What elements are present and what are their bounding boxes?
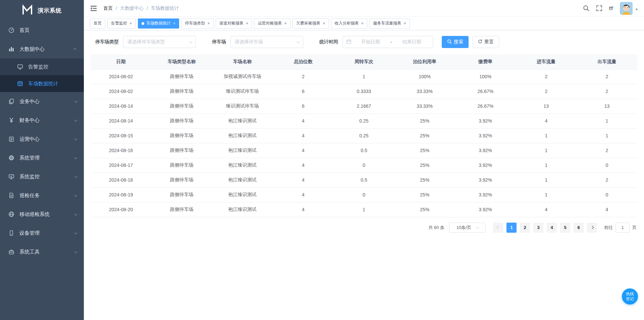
table-body: 2024-08-02路侧停车场加视诚测试停车场21100%100%222024-… xyxy=(91,69,637,217)
table-cell: 路侧停车场 xyxy=(151,113,212,128)
tab-arrears-baddebt-report[interactable]: 欠费坏账报表× xyxy=(292,18,329,29)
search-button[interactable]: 搜索 xyxy=(442,36,469,48)
reset-button[interactable]: 重置 xyxy=(473,36,499,48)
tab-home[interactable]: 首页 xyxy=(90,18,105,29)
chevron-down-icon xyxy=(74,193,77,197)
collapse-sidebar-icon[interactable] xyxy=(90,5,97,12)
park-type-select[interactable]: 请选择停车场类型 xyxy=(123,36,196,48)
tab-label: 首页 xyxy=(94,20,102,26)
page-button-5[interactable]: 5 xyxy=(560,223,570,233)
page-button-3[interactable]: 3 xyxy=(533,223,543,233)
table-cell: 2 xyxy=(516,84,577,99)
breadcrumb-item[interactable]: 首页 xyxy=(103,5,113,11)
table-row: 2024-08-19路侧停车场袍江臻识测试4025%3.92%10 xyxy=(91,187,637,202)
sidebar-item-label: 系统工具 xyxy=(19,249,74,255)
close-icon[interactable]: × xyxy=(246,21,249,26)
page-size-select[interactable]: 10条/页 xyxy=(449,223,485,233)
table-cell: 路侧停车场 xyxy=(151,173,212,187)
park-placeholder: 请选择停车场 xyxy=(235,39,263,45)
search-icon[interactable] xyxy=(583,5,589,11)
table-cell: 4 xyxy=(273,202,333,217)
pagination: 共 60 条 10条/页 123456 前往 页 xyxy=(91,223,637,233)
sidebar-item-system-tools[interactable]: 系统工具 xyxy=(0,242,84,261)
park-type-label: 停车场类型 xyxy=(95,39,119,45)
close-icon[interactable]: × xyxy=(404,21,406,26)
chevron-down-icon xyxy=(74,212,77,216)
tab-parking-type[interactable]: 停车场类型× xyxy=(181,18,214,29)
table-cell: 2024-08-14 xyxy=(91,99,151,113)
sidebar-item-finance-center[interactable]: 财务中心 xyxy=(0,111,84,130)
table-cell: 4 xyxy=(273,128,333,143)
tab-channel-reconciliation-report[interactable]: 渠道对账报表× xyxy=(216,18,252,29)
sidebar-item-business-center[interactable]: 业务中心 xyxy=(0,92,84,111)
close-icon[interactable]: × xyxy=(361,21,364,26)
close-icon[interactable]: × xyxy=(323,21,325,26)
chevron-down-icon xyxy=(74,156,77,159)
table-cell: 25% xyxy=(394,113,455,128)
table-cell: 0.3333 xyxy=(333,84,394,99)
sidebar-item-mobile-inspection[interactable]: 移动巡检系统 xyxy=(0,205,84,224)
goto-label: 前往 xyxy=(604,225,613,231)
column-header: 总泊位数 xyxy=(273,54,333,69)
table-cell: 路侧停车场 xyxy=(151,69,212,84)
gear-icon xyxy=(8,154,15,161)
table-cell: 3.92% xyxy=(455,128,516,143)
page-buttons: 123456 xyxy=(505,223,585,233)
sidebar-item-home[interactable]: 首页 xyxy=(0,21,84,40)
filter-park-type: 停车场类型 请选择停车场类型 xyxy=(95,36,196,48)
reset-button-label: 重置 xyxy=(484,39,494,45)
sidebar-item-operation-center[interactable]: 运营中心 xyxy=(0,130,84,148)
prev-page-button[interactable] xyxy=(493,223,503,233)
close-icon[interactable]: × xyxy=(207,21,210,26)
start-date-input[interactable]: 开始日期 xyxy=(353,39,388,45)
date-range-picker[interactable]: 开始日期 - 结束日期 xyxy=(342,36,433,48)
next-page-button[interactable] xyxy=(587,223,597,233)
sidebar-item-device-management[interactable]: 设备管理 xyxy=(0,224,84,242)
close-icon[interactable]: × xyxy=(173,21,176,26)
page-button-2[interactable]: 2 xyxy=(520,223,530,233)
page-button-6[interactable]: 6 xyxy=(574,223,584,233)
tab-parking-data-stats[interactable]: 车场数据统计× xyxy=(138,18,179,29)
sidebar-item-parking-data-stats[interactable]: 车场数据统计 xyxy=(0,75,84,92)
park-select[interactable]: 请选择停车场 xyxy=(230,36,303,48)
sidebar-menu: 首页大数据中心告警监控车场数据统计业务中心财务中心运营中心系统管理系统监控巡检任… xyxy=(0,21,84,261)
table-cell: 2 xyxy=(516,69,577,84)
sidebar-item-system-monitor[interactable]: 系统监控 xyxy=(0,167,84,186)
table-header: 日期车场类型名称车场名称总泊位数周转车次泊位利用率缴费率进车流量出车流量 xyxy=(91,54,637,69)
close-icon[interactable]: × xyxy=(129,21,132,26)
table-cell: 13 xyxy=(516,99,577,113)
end-date-input[interactable]: 结束日期 xyxy=(394,39,429,45)
sidebar-item-label: 车场数据统计 xyxy=(28,81,76,87)
close-icon[interactable]: × xyxy=(284,21,287,26)
tab-operation-reconciliation-report[interactable]: 运营对账报表× xyxy=(254,18,290,29)
search-icon xyxy=(447,39,452,45)
hotline-register-button[interactable]: 热线 登记 xyxy=(622,288,638,305)
hotline-line2: 登记 xyxy=(626,296,634,301)
table-cell: 0.5 xyxy=(333,143,394,158)
sidebar-item-label: 移动巡检系统 xyxy=(19,211,74,218)
table-row: 2024-08-02路侧停车场臻识测试停车场60.333333.33%26.67… xyxy=(91,84,637,99)
table-cell: 3.92% xyxy=(455,202,516,217)
sidebar-item-inspection-tasks[interactable]: 巡检任务 xyxy=(0,186,84,205)
table-cell: 0.25 xyxy=(333,113,394,128)
goto-page-input[interactable] xyxy=(615,223,630,233)
table-cell: 2024-08-19 xyxy=(91,187,151,202)
page-button-4[interactable]: 4 xyxy=(547,223,557,233)
park-label: 停车场 xyxy=(212,39,226,45)
page-button-1[interactable]: 1 xyxy=(506,223,517,233)
sidebar-item-big-data-center[interactable]: 大数据中心 xyxy=(0,40,84,58)
table-cell: 袍江臻识测试 xyxy=(212,187,273,202)
tab-income-analysis-report[interactable]: 收入分析报表× xyxy=(331,18,368,29)
table-cell: 4 xyxy=(273,187,333,202)
sidebar-item-system-management[interactable]: 系统管理 xyxy=(0,148,84,167)
fullscreen-icon[interactable] xyxy=(596,5,602,11)
table-cell: 100% xyxy=(394,69,455,84)
sidebar-item-alarm-monitor[interactable]: 告警监控 xyxy=(0,58,84,75)
tab-service-traffic-report[interactable]: 服务车流量报表× xyxy=(369,18,410,29)
user-menu[interactable] xyxy=(620,2,638,15)
table-cell: 袍江臻识测试 xyxy=(212,173,273,187)
tab-alarm-monitor[interactable]: 告警监控× xyxy=(107,18,136,29)
font-size-icon[interactable]: tT xyxy=(609,5,613,11)
column-header: 泊位利用率 xyxy=(394,54,455,69)
avatar[interactable] xyxy=(620,2,633,15)
